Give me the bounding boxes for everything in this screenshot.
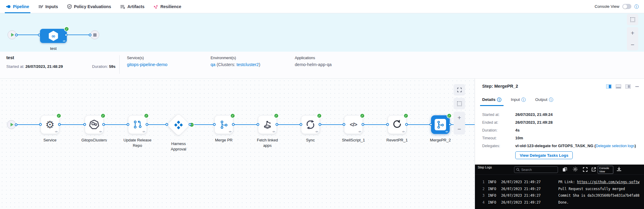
approval-icon (173, 120, 184, 130)
step-label: Merge PR (203, 138, 245, 143)
template-icon: </> (272, 130, 275, 133)
step-panel-tabs: Detailsⓘ Inputⓘ Outputⓘ (482, 97, 553, 102)
info-icon[interactable]: ⓘ (634, 5, 639, 9)
duration: Duration: 59s (92, 64, 116, 69)
field-value: 26/07/2023, 21:49:28 (515, 120, 553, 125)
template-icon: </> (402, 130, 405, 133)
layout-split-right-icon[interactable] (606, 84, 612, 89)
delegates-value: vl-old-123-delegate for GITOPS_TASK_NG (… (515, 144, 642, 148)
gear-icon: ⚙ (45, 120, 54, 130)
log-line: 1INFO26/07/2023 21:49:27PR Link: https:/… (475, 179, 644, 186)
step-node-mergepr-2-selected[interactable]: ✓ </> MergePR_2 (431, 115, 450, 134)
zoom-out-button[interactable]: − (631, 41, 634, 48)
node-port (146, 123, 148, 126)
zoom-out-button[interactable]: − (458, 126, 461, 132)
view-delegate-tasks-logs-button[interactable]: View Delegate Tasks Logs (515, 151, 573, 159)
success-check-icon: ✓ (64, 26, 69, 32)
play-icon (11, 123, 14, 126)
pr-link[interactable]: https://github.com/wings-softw (577, 180, 639, 184)
shield-check-icon (67, 4, 72, 9)
tab-inputs[interactable]: Inputs (38, 0, 58, 13)
pipeline-end-node[interactable] (90, 30, 99, 39)
step-label: Fetch linked apps (246, 138, 288, 148)
info-icon: ⓘ (549, 98, 553, 102)
step-node-gitopsclusters[interactable]: ✓ </> GitopsClusters (85, 115, 103, 134)
open-in-new-icon[interactable] (591, 167, 596, 172)
field-value: 4s (515, 128, 519, 132)
field-label: Started at: (482, 113, 500, 117)
step-node-merge-pr[interactable]: ✓ </> Merge PR (214, 115, 233, 134)
stage-node-test[interactable]: ∞ ✓ </> (40, 29, 67, 43)
fit-selection-button[interactable] (454, 98, 465, 109)
tab-resilience[interactable]: Resilience (153, 0, 181, 13)
top-navigation: Pipeline Inputs Policy Evaluations Artif… (0, 0, 644, 13)
console-title: Step Logs (478, 165, 499, 170)
environments-block: Environment(s) qa (Clusters: testcluster… (211, 56, 260, 67)
zoom-in-button[interactable]: + (631, 30, 634, 36)
delegates-label: Delegates: (482, 144, 500, 148)
node-port (232, 123, 235, 126)
copy-icon[interactable] (562, 167, 568, 172)
stage-graph-band: ∞ ✓ </> test + − (0, 13, 644, 52)
tab-policy-evaluations-label: Policy Evaluations (74, 4, 111, 9)
console-view-label: Console View (595, 4, 619, 9)
update-repo-icon (132, 120, 143, 129)
node-port (189, 123, 191, 126)
log-line: 3INFO26/07/2023 21:49:27Commit Sha is da… (475, 192, 644, 199)
active-tab-underline (480, 105, 504, 106)
step-node-harness-approval[interactable]: ✓ Harness Approval (170, 117, 187, 133)
template-icon: </> (315, 130, 318, 133)
fullscreen-icon[interactable] (583, 167, 588, 172)
template-icon: </> (229, 130, 231, 133)
console-view-toggle[interactable] (622, 4, 631, 9)
tab-pipeline[interactable]: Pipeline (6, 0, 29, 13)
gear-icon[interactable] (572, 166, 578, 172)
step-panel-title: Step: MergePR_2 (482, 84, 518, 89)
template-icon: </> (99, 130, 102, 133)
console-view-button[interactable]: Console View (598, 166, 613, 174)
step-label: RevertPR_1 (376, 138, 418, 143)
info-icon: ⓘ (497, 98, 501, 102)
step-node-sync[interactable]: ✓ </> Sync (301, 115, 320, 134)
tab-policy-evaluations[interactable]: Policy Evaluations (67, 0, 111, 13)
minimize-icon[interactable] (635, 84, 639, 89)
environment-link[interactable]: qa (211, 62, 215, 67)
tab-details[interactable]: Detailsⓘ (482, 97, 501, 102)
log-search-input[interactable] (521, 168, 554, 171)
tab-inputs-label: Inputs (45, 4, 58, 9)
zoom-in-button[interactable]: + (458, 114, 461, 121)
success-check-icon: ✓ (144, 113, 149, 118)
tab-artifacts[interactable]: Artifacts (120, 0, 144, 13)
log-search-box[interactable] (514, 166, 558, 173)
tab-input[interactable]: Inputⓘ (511, 97, 525, 102)
stage-zoom-control: + − (627, 27, 638, 50)
layout-bottom-icon[interactable] (616, 84, 621, 89)
layout-right-inset-icon[interactable] (625, 84, 631, 89)
step-logs-console: Step Logs Console View 1INFO26/07/2023 2… (475, 165, 644, 209)
log-lines[interactable]: 1INFO26/07/2023 21:49:27PR Link: https:/… (475, 175, 644, 206)
step-node-shellscript-1[interactable]: </> ✓ </> ShellScript_1 (344, 115, 363, 134)
node-port (38, 34, 41, 36)
tab-resilience-label: Resilience (160, 4, 181, 9)
step-node-update-release-repo[interactable]: ✓ </> Update Release Repo (128, 115, 147, 134)
expand-canvas-button[interactable] (454, 84, 465, 95)
delegate-selection-logs-link[interactable]: Delegate selection logs (596, 144, 635, 148)
step-node-service[interactable]: ⚙ ✓ </> Service (41, 115, 59, 134)
template-icon: </> (55, 130, 57, 133)
cluster-link[interactable]: testcluster2 (236, 62, 259, 67)
step-details-panel: Step: MergePR_2 Detailsⓘ Inputⓘ Outputⓘ … (475, 79, 644, 209)
sync-icon (305, 119, 316, 130)
service-link[interactable]: gitops-pipeline-demo (127, 62, 168, 67)
node-port (405, 123, 408, 126)
execution-graph-canvas[interactable]: ⚙ ✓ </> Service ✓ </> GitopsClusters ✓ <… (0, 79, 475, 209)
tab-output[interactable]: Outputⓘ (535, 97, 553, 102)
services-block: Service(s) gitops-pipeline-demo (127, 56, 168, 67)
stage-label[interactable]: test (33, 46, 73, 51)
step-node-revertpr-1[interactable]: ✓ </> RevertPR_1 (388, 115, 406, 134)
step-node-fetch-linked-apps[interactable]: ✓ </> Fetch linked apps (258, 115, 277, 134)
tab-pipeline-label: Pipeline (13, 4, 29, 9)
download-icon[interactable] (616, 166, 622, 172)
fit-selection-button[interactable] (627, 14, 638, 25)
success-check-icon: ✓ (100, 113, 106, 118)
artifacts-icon (120, 4, 125, 9)
